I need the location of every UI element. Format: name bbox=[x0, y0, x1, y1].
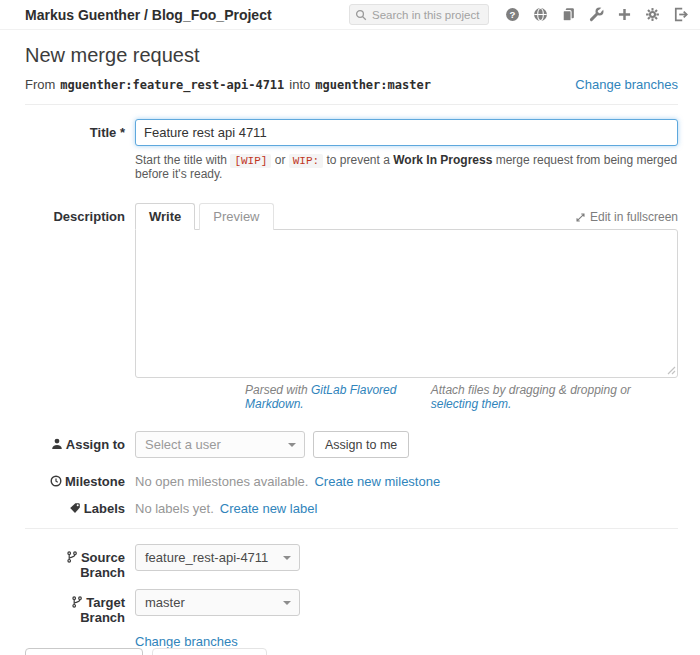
breadcrumb[interactable]: Markus Guenther / Blog_Foo_Project bbox=[25, 7, 272, 23]
assignee-label: Assign to bbox=[25, 431, 125, 458]
assignee-row: Assign to Select a user Assign to me bbox=[25, 431, 678, 458]
target-branch-value: master bbox=[145, 595, 185, 610]
merge-summary: From mguenther:feature_rest-api-4711 int… bbox=[25, 77, 678, 92]
parsed-note: Parsed with GitLab Flavored Markdown. bbox=[245, 383, 431, 411]
edit-fullscreen-link[interactable]: Edit in fullscreen bbox=[575, 210, 678, 230]
title-hint: Start the title with [WIP] or WIP: to pr… bbox=[135, 153, 678, 181]
milestone-row: Milestone No open milestones available. … bbox=[25, 473, 678, 489]
create-milestone-link[interactable]: Create new milestone bbox=[314, 474, 440, 489]
markdown-notes: Parsed with GitLab Flavored Markdown. At… bbox=[245, 383, 678, 411]
page-title: New merge request bbox=[25, 44, 678, 67]
hint-text: to prevent a bbox=[323, 153, 393, 167]
target-branch-row: Target Branch master bbox=[25, 589, 678, 625]
chevron-down-icon bbox=[283, 556, 291, 560]
assignee-placeholder: Select a user bbox=[145, 437, 221, 452]
title-label: Title * bbox=[25, 119, 125, 146]
labels-row: Labels No labels yet. Create new label bbox=[25, 500, 678, 516]
search-box bbox=[349, 4, 489, 25]
git-branch-icon bbox=[71, 596, 83, 608]
source-branch-select[interactable]: feature_rest-api-4711 bbox=[135, 544, 300, 571]
help-icon[interactable]: ? bbox=[505, 7, 520, 22]
top-navbar: Markus Guenther / Blog_Foo_Project ? bbox=[0, 0, 700, 30]
change-branches-link-top[interactable]: Change branches bbox=[575, 77, 678, 92]
select-files-link[interactable]: selecting them. bbox=[431, 397, 512, 411]
hint-text: Start the title with bbox=[135, 153, 230, 167]
from-prefix: From bbox=[25, 77, 55, 92]
description-textarea[interactable] bbox=[135, 229, 678, 378]
target-branch-label: Target Branch bbox=[25, 589, 125, 625]
tab-write[interactable]: Write bbox=[135, 203, 195, 230]
source-branch-value: feature_rest-api-4711 bbox=[145, 550, 268, 565]
source-ref: mguenther:feature_rest-api-4711 bbox=[60, 78, 284, 92]
wip-bold: Work In Progress bbox=[393, 153, 492, 167]
description-label: Description bbox=[25, 203, 125, 411]
markdown-tabs: Write Preview Edit in fullscreen bbox=[135, 203, 678, 230]
tag-icon bbox=[69, 502, 81, 514]
new-merge-request-page: Markus Guenther / Blog_Foo_Project ? bbox=[0, 0, 700, 655]
edit-fullscreen-label: Edit in fullscreen bbox=[590, 210, 678, 224]
user-icon bbox=[51, 438, 63, 450]
globe-icon[interactable] bbox=[533, 7, 548, 22]
labels-label: Labels bbox=[25, 500, 125, 516]
attach-prefix: Attach files by dragging & dropping or bbox=[431, 383, 631, 397]
resize-grip[interactable] bbox=[667, 366, 676, 375]
milestone-empty-text: No open milestones available. bbox=[135, 474, 308, 489]
section-divider bbox=[25, 104, 678, 105]
milestone-label-text: Milestone bbox=[65, 474, 125, 489]
title-input[interactable] bbox=[135, 119, 678, 146]
svg-text:?: ? bbox=[510, 9, 516, 20]
into-word: into bbox=[289, 77, 310, 92]
labels-label-text: Labels bbox=[84, 501, 125, 516]
source-branch-row: Source Branch feature_rest-api-4711 bbox=[25, 544, 678, 580]
expand-icon bbox=[575, 212, 586, 223]
source-branch-label-text: Source Branch bbox=[80, 550, 125, 580]
main-content: New merge request From mguenther:feature… bbox=[0, 44, 700, 655]
plus-icon[interactable] bbox=[617, 7, 632, 22]
chevron-down-icon bbox=[283, 601, 291, 605]
title-row: Title * bbox=[25, 119, 678, 146]
assign-to-me-button[interactable]: Assign to me bbox=[313, 431, 409, 458]
parsed-prefix: Parsed with bbox=[245, 383, 311, 397]
hint-text: or bbox=[271, 153, 288, 167]
assignee-label-text: Assign to bbox=[66, 437, 125, 452]
source-branch-label: Source Branch bbox=[25, 544, 125, 580]
milestone-label: Milestone bbox=[25, 473, 125, 489]
wip-bracket-code: [WIP] bbox=[230, 154, 271, 168]
target-branch-label-text: Target Branch bbox=[80, 595, 125, 625]
labels-empty-text: No labels yet. bbox=[135, 501, 214, 516]
git-branch-icon bbox=[66, 551, 78, 563]
target-branch-select[interactable]: master bbox=[135, 589, 300, 616]
gear-icon[interactable] bbox=[645, 7, 660, 22]
wrench-icon[interactable] bbox=[589, 7, 604, 22]
header-icon-group: ? bbox=[505, 7, 688, 22]
chevron-down-icon bbox=[288, 443, 296, 447]
branches-divider bbox=[25, 528, 678, 529]
create-label-link[interactable]: Create new label bbox=[220, 501, 318, 516]
search-input[interactable] bbox=[349, 4, 489, 25]
tab-preview[interactable]: Preview bbox=[199, 203, 273, 230]
bottom-tab-stub-2[interactable] bbox=[152, 648, 267, 655]
assignee-select[interactable]: Select a user bbox=[135, 431, 305, 458]
change-branches-link-bottom[interactable]: Change branches bbox=[135, 634, 678, 649]
attach-note: Attach files by dragging & dropping or s… bbox=[431, 383, 678, 411]
bottom-tab-stub-1[interactable] bbox=[25, 648, 143, 655]
description-row: Description Write Preview Edit in fullsc… bbox=[25, 203, 678, 411]
copy-icon[interactable] bbox=[561, 7, 576, 22]
wip-colon-code: WIP: bbox=[289, 154, 323, 168]
search-icon bbox=[355, 9, 367, 21]
clock-icon bbox=[50, 475, 62, 487]
target-ref: mguenther:master bbox=[315, 78, 431, 92]
sign-out-icon[interactable] bbox=[673, 7, 688, 22]
